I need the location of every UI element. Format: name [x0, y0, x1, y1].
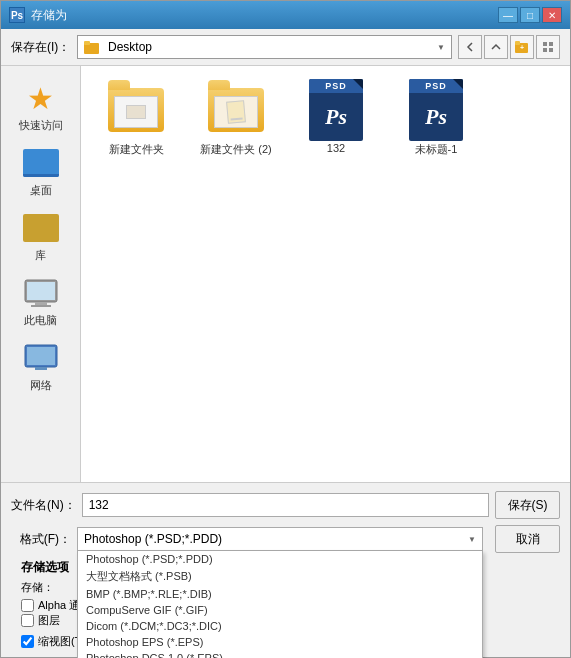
svg-rect-6	[549, 42, 553, 46]
filename-row: 文件名(N)： 保存(S)	[11, 491, 560, 519]
bottom-form-area: 文件名(N)： 保存(S) 格式(F)： Photoshop (*.PSD;*.…	[1, 482, 570, 657]
cancel-button[interactable]: 取消	[495, 525, 560, 553]
layers-label: 图层	[38, 613, 60, 628]
svg-rect-7	[543, 48, 547, 52]
sidebar: ★ 快速访问 桌面 库	[1, 66, 81, 482]
folder-icon	[84, 40, 100, 54]
folder-shape-1	[108, 88, 164, 132]
svg-rect-11	[35, 302, 47, 305]
content-area: 新建文件夹	[81, 66, 570, 482]
up-icon	[490, 41, 502, 53]
filename-input[interactable]	[82, 493, 489, 517]
list-item[interactable]: 新建文件夹 (2)	[191, 76, 281, 161]
dropdown-arrow-icon: ▼	[437, 43, 445, 52]
svg-text:+: +	[520, 44, 524, 51]
alpha-checkbox[interactable]	[21, 599, 34, 612]
save-as-dialog: Ps 存储为 — □ ✕ 保存在(I)： Desktop ▼	[0, 0, 571, 658]
folder-icon-1	[106, 80, 166, 140]
format-options-list[interactable]: Photoshop (*.PSD;*.PDD)大型文档格式 (*.PSB)BMP…	[77, 551, 483, 658]
sidebar-item-desktop[interactable]: 桌面	[5, 141, 77, 202]
layers-checkbox[interactable]	[21, 614, 34, 627]
dialog-title: 存储为	[31, 7, 498, 24]
sidebar-label-desktop: 桌面	[30, 183, 52, 198]
psd-badge-2: PSD	[409, 79, 463, 93]
format-row: 格式(F)： Photoshop (*.PSD;*.PDD) ▼ Photosh…	[11, 525, 560, 553]
format-option[interactable]: Photoshop DCS 1.0 (*.EPS)	[78, 650, 482, 658]
toolbar-action-buttons: +	[458, 35, 560, 59]
svg-rect-1	[84, 41, 90, 45]
sidebar-item-library[interactable]: 库	[5, 206, 77, 267]
new-folder-icon: +	[515, 41, 529, 53]
back-button[interactable]	[458, 35, 482, 59]
svg-rect-14	[27, 347, 55, 365]
format-option[interactable]: Photoshop EPS (*.EPS)	[78, 634, 482, 650]
sidebar-label-quick-access: 快速访问	[19, 118, 63, 133]
title-bar: Ps 存储为 — □ ✕	[1, 1, 570, 29]
pc-icon-svg	[23, 278, 59, 308]
up-button[interactable]	[484, 35, 508, 59]
save-button[interactable]: 保存(S)	[495, 491, 560, 519]
psd-shape-untitled: PSD Ps	[409, 79, 463, 141]
library-icon	[23, 210, 59, 246]
network-icon	[23, 340, 59, 376]
format-label: 格式(F)：	[11, 531, 71, 548]
format-option[interactable]: Dicom (*.DCM;*.DC3;*.DIC)	[78, 618, 482, 634]
format-option[interactable]: Photoshop (*.PSD;*.PDD)	[78, 551, 482, 567]
back-icon	[464, 41, 476, 53]
folder-icon-2	[206, 80, 266, 140]
svg-rect-8	[549, 48, 553, 52]
this-pc-icon	[23, 275, 59, 311]
psd-ps-label-1: Ps	[325, 93, 347, 141]
svg-rect-12	[31, 305, 51, 307]
folder-preview-1	[114, 96, 158, 128]
thumbnail-checkbox[interactable]	[21, 635, 34, 648]
location-toolbar: 保存在(I)： Desktop ▼ +	[1, 29, 570, 66]
sidebar-label-library: 库	[35, 248, 46, 263]
sidebar-item-this-pc[interactable]: 此电脑	[5, 271, 77, 332]
desktop-icon	[23, 145, 59, 181]
app-icon: Ps	[9, 7, 25, 23]
format-option[interactable]: CompuServe GIF (*.GIF)	[78, 602, 482, 618]
format-dropdown-container: Photoshop (*.PSD;*.PDD) ▼ Photoshop (*.P…	[77, 527, 483, 551]
window-controls: — □ ✕	[498, 7, 562, 23]
file-grid: 新建文件夹	[81, 66, 570, 482]
svg-rect-10	[27, 282, 55, 300]
location-folder-icon: Desktop	[84, 40, 152, 54]
main-area: ★ 快速访问 桌面 库	[1, 66, 570, 482]
format-selected-text: Photoshop (*.PSD;*.PDD)	[84, 532, 222, 546]
location-text: Desktop	[108, 40, 152, 54]
view-icon	[542, 41, 554, 53]
psd-shape-132: PSD Ps	[309, 79, 363, 141]
svg-rect-15	[35, 367, 47, 370]
maximize-button[interactable]: □	[520, 7, 540, 23]
sidebar-item-quick-access[interactable]: ★ 快速访问	[5, 76, 77, 137]
filename-label: 文件名(N)：	[11, 497, 76, 514]
psd-ps-label-2: Ps	[425, 93, 447, 141]
view-button[interactable]	[536, 35, 560, 59]
new-folder-button[interactable]: +	[510, 35, 534, 59]
sidebar-item-network[interactable]: 网络	[5, 336, 77, 397]
file-label-4: 未标题-1	[415, 142, 458, 157]
list-item[interactable]: 新建文件夹	[91, 76, 181, 161]
minimize-button[interactable]: —	[498, 7, 518, 23]
sidebar-label-network: 网络	[30, 378, 52, 393]
network-icon-svg	[23, 343, 59, 373]
psd-icon-132: PSD Ps	[306, 80, 366, 140]
folder-shape-2	[208, 88, 264, 132]
file-label-3: 132	[327, 142, 345, 154]
format-option[interactable]: 大型文档格式 (*.PSB)	[78, 567, 482, 586]
list-item[interactable]: PSD Ps 132	[291, 76, 381, 161]
list-item[interactable]: PSD Ps 未标题-1	[391, 76, 481, 161]
location-dropdown[interactable]: Desktop ▼	[77, 35, 452, 59]
file-label-1: 新建文件夹	[109, 142, 164, 157]
location-label: 保存在(I)：	[11, 39, 71, 56]
file-label-2: 新建文件夹 (2)	[200, 142, 272, 157]
folder-preview-2	[214, 96, 258, 128]
format-dropdown[interactable]: Photoshop (*.PSD;*.PDD) ▼	[77, 527, 483, 551]
sidebar-label-this-pc: 此电脑	[24, 313, 57, 328]
psd-badge-1: PSD	[309, 79, 363, 93]
format-dropdown-arrow-icon: ▼	[468, 535, 476, 544]
psd-icon-untitled: PSD Ps	[406, 80, 466, 140]
close-button[interactable]: ✕	[542, 7, 562, 23]
format-option[interactable]: BMP (*.BMP;*.RLE;*.DIB)	[78, 586, 482, 602]
